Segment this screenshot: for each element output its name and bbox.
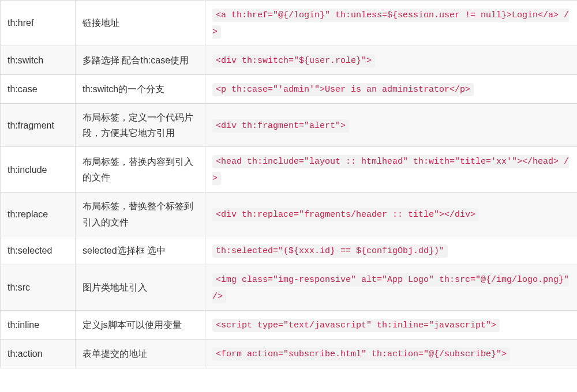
desc-text: th:switch的一个分支	[83, 84, 164, 94]
table-row: th:src图片类地址引入<img class="img-responsive"…	[1, 265, 578, 310]
desc-text: selected选择框 选中	[83, 246, 166, 255]
desc-text: 布局标签，定义一个代码片段，方便其它地方引用	[83, 112, 193, 138]
code-snippet: <p th:case="'admin'">User is an administ…	[212, 83, 474, 96]
code-cell: <img class="img-responsive" alt="App Log…	[205, 265, 578, 310]
table-row: th:replace布局标签，替换整个标签到引入的文件<div th:repla…	[1, 193, 578, 236]
desc-cell: 图片类地址引入	[76, 265, 205, 310]
attr-cell: th:replace	[1, 193, 76, 236]
desc-text: 链接地址	[83, 18, 119, 28]
attr-cell: th:switch	[1, 46, 76, 75]
attr-cell: th:href	[1, 1, 76, 46]
table-row: th:switch多路选择 配合th:case使用<div th:switch=…	[1, 46, 578, 75]
code-cell: <script type="text/javascript" th:inline…	[205, 310, 578, 339]
table-row: th:fragment布局标签，定义一个代码片段，方便其它地方引用<div th…	[1, 104, 578, 147]
table-row: th:inline定义js脚本可以使用变量<script type="text/…	[1, 310, 578, 339]
code-snippet: <form action="subscribe.html" th:action=…	[212, 348, 510, 361]
desc-cell: 链接地址	[76, 1, 205, 46]
desc-cell: th:switch的一个分支	[76, 75, 205, 104]
code-cell: <form action="subscribe.html" th:action=…	[205, 339, 578, 368]
code-cell: <div th:replace="fragments/header :: tit…	[205, 193, 578, 236]
attr-cell: th:inline	[1, 310, 76, 339]
desc-cell: 布局标签，替换整个标签到引入的文件	[76, 193, 205, 236]
desc-cell: 布局标签，定义一个代码片段，方便其它地方引用	[76, 104, 205, 147]
code-snippet: <head th:include="layout :: htmlhead" th…	[212, 155, 569, 185]
attr-cell: th:selected	[1, 236, 76, 265]
attr-cell: th:action	[1, 339, 76, 368]
code-cell: <div th:fragment="alert">	[205, 104, 578, 147]
code-cell: <div th:switch="${user.role}">	[205, 46, 578, 75]
code-cell: th:selected="(${xxx.id} == ${configObj.d…	[205, 236, 578, 265]
attr-cell: th:fragment	[1, 104, 76, 147]
code-snippet: <script type="text/javascript" th:inline…	[212, 319, 500, 332]
thymeleaf-attributes-table: th:href链接地址<a th:href="@{/login}" th:unl…	[0, 0, 577, 368]
table-row: th:caseth:switch的一个分支<p th:case="'admin'…	[1, 75, 578, 104]
attr-cell: th:src	[1, 265, 76, 310]
table-row: th:action表单提交的地址<form action="subscribe.…	[1, 339, 578, 368]
desc-cell: 定义js脚本可以使用变量	[76, 310, 205, 339]
code-cell: <p th:case="'admin'">User is an administ…	[205, 75, 578, 104]
desc-cell: 多路选择 配合th:case使用	[76, 46, 205, 75]
table-row: th:include布局标签，替换内容到引入的文件<head th:includ…	[1, 147, 578, 193]
code-snippet: <img class="img-responsive" alt="App Log…	[212, 273, 569, 303]
desc-cell: selected选择框 选中	[76, 236, 205, 265]
code-cell: <a th:href="@{/login}" th:unless=${sessi…	[205, 1, 578, 46]
attr-cell: th:include	[1, 147, 76, 193]
desc-text: 图片类地址引入	[83, 282, 147, 292]
code-snippet: <div th:switch="${user.role}">	[212, 54, 375, 67]
code-snippet: th:selected="(${xxx.id} == ${configObj.d…	[212, 244, 448, 258]
code-snippet: <a th:href="@{/login}" th:unless=${sessi…	[212, 9, 569, 39]
desc-text: 布局标签，替换内容到引入的文件	[83, 157, 193, 182]
code-snippet: <div th:fragment="alert">	[212, 119, 349, 133]
desc-text: 布局标签，替换整个标签到引入的文件	[83, 201, 193, 227]
desc-text: 多路选择 配合th:case使用	[83, 55, 189, 65]
desc-cell: 表单提交的地址	[76, 339, 205, 368]
attr-cell: th:case	[1, 75, 76, 104]
table-row: th:href链接地址<a th:href="@{/login}" th:unl…	[1, 1, 578, 46]
desc-text: 表单提交的地址	[83, 349, 147, 359]
desc-text: 定义js脚本可以使用变量	[83, 320, 182, 330]
table-row: th:selectedselected选择框 选中th:selected="($…	[1, 236, 578, 265]
code-cell: <head th:include="layout :: htmlhead" th…	[205, 147, 578, 193]
desc-cell: 布局标签，替换内容到引入的文件	[76, 147, 205, 193]
code-snippet: <div th:replace="fragments/header :: tit…	[212, 208, 479, 221]
